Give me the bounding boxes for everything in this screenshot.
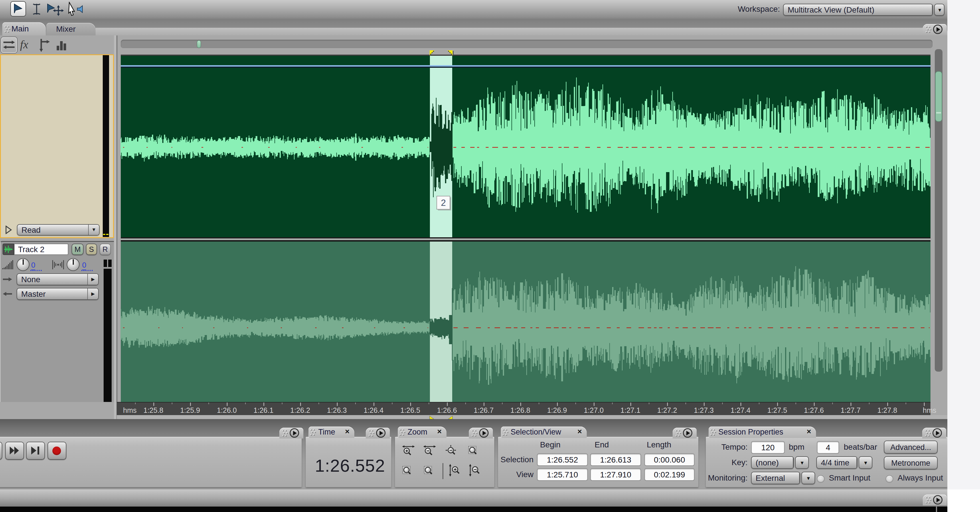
- svg-text:1:27.3: 1:27.3: [694, 406, 714, 414]
- svg-text:1:26.2: 1:26.2: [290, 406, 310, 414]
- svg-text:1:26.4: 1:26.4: [363, 406, 383, 414]
- svg-text:2: 2: [441, 198, 445, 208]
- svg-text:1:26.9: 1:26.9: [547, 406, 567, 414]
- svg-text:1:26.5: 1:26.5: [401, 406, 420, 414]
- svg-text:hms: hms: [923, 406, 936, 414]
- svg-text:1:26.0: 1:26.0: [217, 406, 237, 414]
- svg-text:1:27.6: 1:27.6: [804, 406, 824, 414]
- svg-text:1:25.8: 1:25.8: [143, 406, 164, 414]
- svg-text:1:26.8: 1:26.8: [510, 406, 530, 414]
- svg-text:1:27.5: 1:27.5: [767, 406, 788, 414]
- svg-text:hms: hms: [123, 406, 137, 414]
- svg-text:1:27.7: 1:27.7: [841, 406, 861, 414]
- svg-text:1:27.1: 1:27.1: [620, 406, 641, 414]
- svg-text:1:25.9: 1:25.9: [180, 406, 200, 414]
- svg-text:1:27.2: 1:27.2: [657, 406, 677, 414]
- svg-text:1:26.6: 1:26.6: [437, 406, 457, 414]
- svg-text:1:27.4: 1:27.4: [730, 406, 751, 414]
- svg-text:1:27.8: 1:27.8: [877, 406, 897, 414]
- svg-text:1:26.3: 1:26.3: [327, 406, 347, 414]
- svg-text:1:26.7: 1:26.7: [474, 406, 494, 414]
- svg-text:1:27.0: 1:27.0: [584, 406, 604, 414]
- svg-text:1:26.1: 1:26.1: [254, 406, 274, 414]
